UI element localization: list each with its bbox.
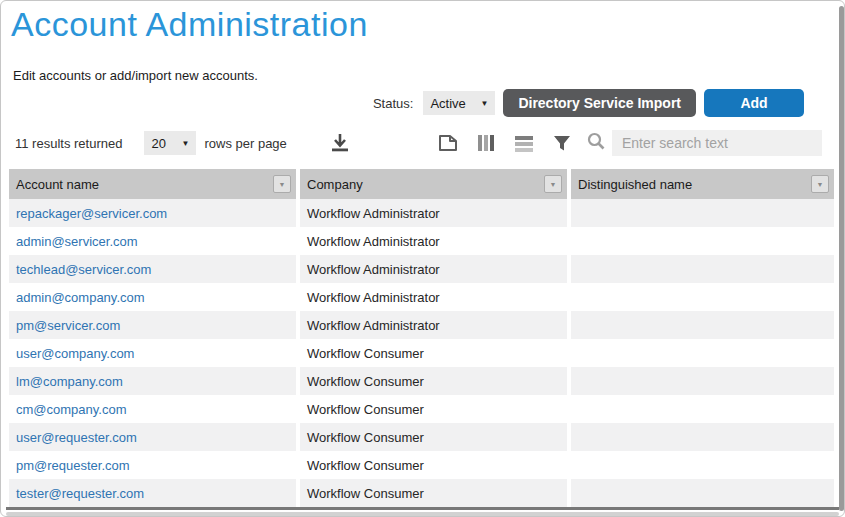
- column-header-account-name[interactable]: Account name ▼: [9, 169, 296, 199]
- account-name-link[interactable]: pm@requester.com: [16, 458, 130, 473]
- download-icon[interactable]: [329, 132, 351, 154]
- column-header-label: Company: [307, 177, 363, 192]
- search-box: [586, 130, 822, 156]
- account-name-link[interactable]: techlead@servicer.com: [16, 262, 151, 277]
- table-body: repackager@servicer.comWorkflow Administ…: [9, 199, 834, 507]
- table-cell: [571, 451, 834, 479]
- account-administration-page: Account Administration Edit accounts or …: [0, 0, 845, 517]
- account-name-link[interactable]: lm@company.com: [16, 374, 123, 389]
- list-controls: 11 results returned 20 ▼ rows per page: [15, 130, 822, 156]
- page-title: Account Administration: [11, 5, 368, 44]
- table-cell: [571, 395, 834, 423]
- table-cell: [571, 283, 834, 311]
- table-cell: admin@servicer.com: [9, 227, 296, 255]
- chevron-down-icon: ▼: [182, 139, 190, 148]
- table-cell: [571, 339, 834, 367]
- window-right-shadow: [839, 6, 844, 511]
- table-cell: Workflow Administrator: [300, 199, 567, 227]
- accounts-table: Account name ▼ Company ▼ Distinguished n…: [9, 169, 834, 507]
- table-cell: tester@requester.com: [9, 479, 296, 507]
- table-cell: [571, 367, 834, 395]
- table-cell: Workflow Administrator: [300, 311, 567, 339]
- account-name-link[interactable]: user@company.com: [16, 346, 134, 361]
- table-row: pm@requester.comWorkflow Consumer: [9, 451, 834, 479]
- table-cell: [571, 227, 834, 255]
- table-cell: Workflow Consumer: [300, 479, 567, 507]
- table-row: techlead@servicer.comWorkflow Administra…: [9, 255, 834, 283]
- window-bottom-shadow: [6, 512, 839, 516]
- table-cell: Workflow Consumer: [300, 367, 567, 395]
- table-cell: Workflow Administrator: [300, 283, 567, 311]
- columns-icon[interactable]: [476, 133, 496, 153]
- company-cell: Workflow Administrator: [307, 206, 440, 221]
- table-row: pm@servicer.comWorkflow Administrator: [9, 311, 834, 339]
- status-dropdown-value: Active: [430, 96, 465, 111]
- table-row: user@requester.comWorkflow Consumer: [9, 423, 834, 451]
- table-cell: Workflow Consumer: [300, 451, 567, 479]
- results-count-text: 11 results returned: [15, 136, 122, 151]
- table-cell: techlead@servicer.com: [9, 255, 296, 283]
- table-cell: Workflow Administrator: [300, 227, 567, 255]
- table-cell: admin@company.com: [9, 283, 296, 311]
- search-input[interactable]: [612, 130, 822, 156]
- column-menu-button[interactable]: ▼: [544, 175, 562, 193]
- company-cell: Workflow Consumer: [307, 486, 424, 501]
- table-bottom-border: [6, 507, 839, 510]
- account-name-link[interactable]: pm@servicer.com: [16, 318, 120, 333]
- chevron-down-icon: ▼: [480, 99, 488, 108]
- table-cell: Workflow Consumer: [300, 339, 567, 367]
- table-cell: user@requester.com: [9, 423, 296, 451]
- account-name-link[interactable]: tester@requester.com: [16, 486, 144, 501]
- company-cell: Workflow Consumer: [307, 402, 424, 417]
- column-menu-button[interactable]: ▼: [273, 175, 291, 193]
- rows-per-page-value: 20: [151, 136, 165, 151]
- table-cell: [571, 311, 834, 339]
- company-cell: Workflow Consumer: [307, 374, 424, 389]
- status-dropdown[interactable]: Active ▼: [423, 91, 495, 115]
- filter-icon[interactable]: [552, 133, 572, 153]
- action-toolbar: Status: Active ▼ Directory Service Impor…: [373, 89, 804, 117]
- table-row: user@company.comWorkflow Consumer: [9, 339, 834, 367]
- table-cell: cm@company.com: [9, 395, 296, 423]
- directory-service-import-button[interactable]: Directory Service Import: [503, 89, 696, 117]
- table-cell: [571, 423, 834, 451]
- account-name-link[interactable]: cm@company.com: [16, 402, 126, 417]
- table-cell: Workflow Administrator: [300, 255, 567, 283]
- add-button[interactable]: Add: [704, 89, 804, 117]
- table-cell: Workflow Consumer: [300, 423, 567, 451]
- column-header-company[interactable]: Company ▼: [300, 169, 567, 199]
- table-row: lm@company.comWorkflow Consumer: [9, 367, 834, 395]
- chevron-down-icon: ▼: [279, 181, 286, 188]
- table-row: repackager@servicer.comWorkflow Administ…: [9, 199, 834, 227]
- table-cell: pm@servicer.com: [9, 311, 296, 339]
- rows-per-page-label: rows per page: [204, 136, 286, 151]
- company-cell: Workflow Consumer: [307, 458, 424, 473]
- account-name-link[interactable]: repackager@servicer.com: [16, 206, 167, 221]
- chevron-down-icon: ▼: [550, 181, 557, 188]
- table-cell: repackager@servicer.com: [9, 199, 296, 227]
- table-cell: [571, 199, 834, 227]
- column-menu-button[interactable]: ▼: [811, 175, 829, 193]
- column-header-label: Account name: [16, 177, 99, 192]
- table-row: admin@servicer.comWorkflow Administrator: [9, 227, 834, 255]
- search-icon: [586, 131, 606, 155]
- table-row: admin@company.comWorkflow Administrator: [9, 283, 834, 311]
- table-cell: user@company.com: [9, 339, 296, 367]
- company-cell: Workflow Consumer: [307, 346, 424, 361]
- account-name-link[interactable]: user@requester.com: [16, 430, 137, 445]
- table-cell: pm@requester.com: [9, 451, 296, 479]
- company-cell: Workflow Administrator: [307, 234, 440, 249]
- document-icon[interactable]: [437, 133, 459, 153]
- company-cell: Workflow Administrator: [307, 318, 440, 333]
- column-header-distinguished-name[interactable]: Distinguished name ▼: [571, 169, 834, 199]
- table-cell: Workflow Consumer: [300, 395, 567, 423]
- status-label: Status:: [373, 96, 413, 111]
- account-name-link[interactable]: admin@servicer.com: [16, 234, 138, 249]
- rows-icon[interactable]: [513, 133, 535, 153]
- rows-per-page-dropdown[interactable]: 20 ▼: [144, 131, 196, 155]
- company-cell: Workflow Administrator: [307, 290, 440, 305]
- page-subtitle: Edit accounts or add/import new accounts…: [13, 68, 258, 83]
- account-name-link[interactable]: admin@company.com: [16, 290, 145, 305]
- column-header-label: Distinguished name: [578, 177, 692, 192]
- table-cell: [571, 479, 834, 507]
